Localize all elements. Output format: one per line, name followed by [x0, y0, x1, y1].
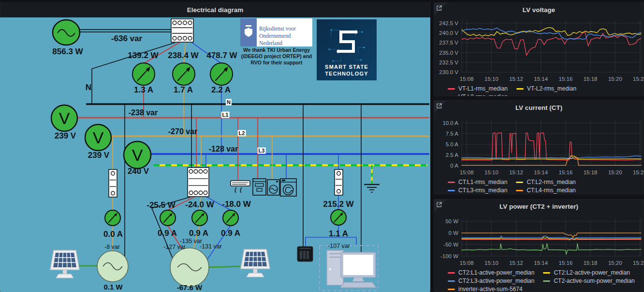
y-tick-label: 240.0 V [439, 30, 458, 36]
panel-title[interactable]: LV current (CT) [434, 101, 644, 114]
y-tick-label: 242.5 V [439, 20, 458, 26]
y-tick-label: 7.5 A [446, 131, 459, 137]
x-tick-label: 15:18 [584, 169, 598, 175]
legend-item[interactable]: CT:L2-rms_median [516, 179, 575, 185]
y-tick-label: -50 W [443, 242, 458, 247]
grid-reactive-label: -636 var [111, 34, 142, 44]
dryer-icon [280, 179, 296, 196]
panel-title[interactable]: Electrical diagram [0, 2, 430, 17]
legend-item[interactable]: CT2:L3-active-power_median [448, 277, 534, 284]
panel-title[interactable]: LV power (CT2 + inverter) [434, 200, 644, 213]
mid-feed2-var-label: -135 var [180, 238, 202, 245]
legend-item[interactable]: VT-L1-rms_median [448, 85, 508, 92]
l3-var-label: -128 var [209, 145, 238, 154]
dishwasher-icon [253, 179, 266, 195]
x-tick-label: 15:14 [534, 169, 548, 175]
legend-item[interactable]: VT-L2-rms_median [516, 85, 576, 92]
legend-item[interactable]: CT:L4-rms_median [516, 187, 575, 194]
voltmeter3-label: 240 V [128, 167, 149, 176]
chart-legend: CT:L1-rms_medianCT:L2-rms_medianCT:L3-rm… [448, 179, 642, 194]
washing-machine-icon [267, 180, 279, 195]
bus-l1-tag: L1 [221, 112, 230, 118]
legend-label: CT2:L2-active-power_median [554, 269, 629, 276]
ammeter-icon [223, 210, 238, 226]
legend-item[interactable]: VT-L3-rms_median [448, 93, 508, 96]
external-link-icon[interactable] [436, 5, 442, 11]
y-tick-label: 10.0 A [442, 120, 458, 126]
sst-logo-text: SMART STATE TECHNOLOGY [317, 64, 377, 77]
inverter-icon [97, 251, 128, 282]
mid-feed1-power-label: -25.5 W [146, 200, 176, 210]
svg-text:V: V [59, 109, 70, 127]
x-tick-label: 15:12 [509, 260, 523, 266]
legend-item[interactable]: CT:L1-rms_median [448, 179, 507, 185]
y-tick-label: 232.5 V [439, 60, 458, 65]
x-tick-label: 15:16 [559, 76, 573, 82]
chart[interactable]: 242.5 V240.0 V237.5 V235.0 V232.5 V230.0… [434, 3, 644, 96]
legend-item[interactable]: CT:L3-rms_median [448, 187, 507, 194]
svg-text:V: V [93, 128, 104, 147]
mid-feed1-current-label: 0.9 A [158, 229, 177, 238]
x-tick-label: 15:10 [484, 76, 498, 82]
legend-label: CT:L4-rms_median [527, 187, 575, 194]
feeder2-current-label: 1.7 A [174, 85, 193, 95]
voltmeter1-label: 239 V [55, 131, 76, 141]
x-tick-label: 15:20 [608, 169, 622, 175]
series-CT:L1-rms_median [462, 133, 641, 160]
external-link-icon[interactable] [436, 201, 442, 208]
solar-panel-icon [50, 250, 79, 278]
legend-item[interactable]: CT2-active-sum-power_median [543, 277, 634, 284]
ammeter-icon [192, 210, 207, 226]
ammeter-icon [210, 63, 233, 85]
legend-marker [543, 272, 550, 274]
legend-label: VT-L3-rms_median [458, 93, 508, 96]
feeder1-power-label: 139.2 W [128, 51, 158, 61]
legend-marker [448, 96, 455, 97]
legend-item[interactable]: inverter-active-sum-5674 [448, 286, 523, 292]
wire-dc [208, 266, 240, 267]
legend-marker [448, 289, 455, 290]
legend-label: CT:L2-rms_median [527, 179, 575, 185]
circuit-breaker-icon [109, 169, 117, 197]
x-tick-label: 15:14 [534, 76, 548, 82]
x-tick-label: 15:10 [484, 169, 498, 175]
voltmeter-icon: V [85, 124, 111, 151]
bus-n-tag: N [226, 99, 232, 106]
x-tick-label: 15:08 [460, 169, 474, 175]
ammeter-icon [331, 210, 346, 225]
circuit-breaker-icon [188, 168, 209, 197]
computer-icon [320, 246, 378, 291]
legend-label: inverter-active-sum-5674 [458, 286, 523, 292]
feeder3-power-label: 478.7 W [206, 51, 237, 61]
legend-label: CT2:L3-active-power_median [458, 277, 534, 284]
x-tick-label: 15:16 [559, 169, 573, 175]
y-tick-label: -100 W [440, 253, 458, 259]
y-tick-label: 235.0 V [439, 50, 458, 56]
external-link-icon[interactable] [436, 103, 442, 109]
mid-feed3-current-label: 0.9 A [221, 229, 240, 238]
legend-item[interactable]: CT2:L2-active-power_median [543, 269, 629, 276]
inverter-icon [170, 248, 209, 287]
x-tick-label: 15:10 [484, 260, 498, 266]
y-tick-label: 237.5 V [439, 40, 458, 46]
legend-marker [516, 88, 524, 90]
panel-title[interactable]: LV voltage [434, 3, 644, 16]
nas-server-icon [297, 246, 313, 261]
legend-marker [543, 280, 550, 282]
legend-item[interactable]: CT2:L1-active-power_median [448, 269, 534, 276]
generator-icon [53, 20, 80, 45]
ammeter-icon [132, 63, 155, 85]
chart-legend: CT2:L1-active-power_medianCT2:L2-active-… [448, 269, 642, 292]
legend-label: CT:L1-rms_median [458, 179, 507, 185]
legend-marker [448, 182, 455, 183]
air-conditioner-icon [231, 181, 250, 193]
mid-inverter-power-label: -67.6 W [177, 283, 203, 292]
x-tick-label: 15:12 [509, 76, 523, 82]
legend-marker [448, 88, 455, 90]
circuit-breaker-icon [171, 19, 193, 42]
mid-feed3-power-label: -18.0 W [222, 200, 251, 209]
x-tick-label: 15:20 [608, 260, 622, 266]
circuit-breaker-icon [335, 169, 343, 195]
x-tick-label: 15:14 [534, 260, 548, 266]
legend-marker [516, 190, 523, 191]
